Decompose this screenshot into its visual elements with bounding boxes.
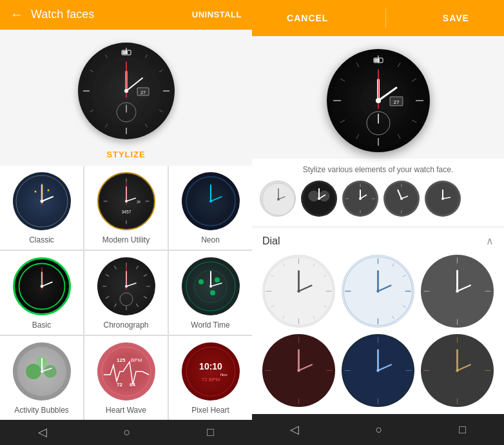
right-content-area: 27 Stylize various elements of your watc… — [252, 36, 504, 414]
back-arrow-icon[interactable]: ← — [10, 7, 23, 22]
svg-line-91 — [398, 63, 400, 67]
watch-face-basic — [13, 257, 71, 315]
dial-option-dark[interactable] — [421, 255, 494, 328]
top-bar-left-group: ← Watch faces — [10, 7, 94, 22]
watch-face-modern: 3457 28 — [97, 172, 155, 230]
watch-preview-area: 27 — [0, 30, 252, 146]
svg-line-8 — [105, 124, 107, 127]
watch-face-activity — [13, 342, 71, 400]
svg-point-118 — [318, 197, 320, 200]
dial-option-white[interactable] — [262, 255, 335, 328]
svg-line-96 — [340, 120, 345, 123]
svg-point-114 — [309, 191, 319, 201]
svg-line-93 — [411, 120, 416, 123]
svg-text:BPM: BPM — [131, 357, 142, 363]
watch-item-pixel[interactable]: 10:10 Nov 72 BPM Pixel Heart — [169, 336, 252, 420]
dial-option-darkgray2[interactable] — [421, 334, 494, 407]
right-main-watch-face: 27 — [327, 49, 430, 152]
main-watch-face: 27 — [78, 43, 175, 139]
svg-text:27: 27 — [393, 99, 399, 105]
cancel-button[interactable]: CANCEL — [274, 13, 341, 23]
svg-line-24 — [42, 197, 53, 201]
watch-item-label-pixel: Pixel Heart — [191, 406, 229, 415]
dial-option-darkred[interactable] — [262, 334, 335, 407]
svg-point-83 — [186, 347, 235, 396]
top-bar-left: ← Watch faces UNINSTALL — [0, 0, 252, 30]
svg-line-50 — [143, 296, 146, 298]
bottom-nav-left: ◁ ○ □ — [0, 420, 252, 445]
bottom-nav-right: ◁ ○ □ — [252, 414, 504, 445]
svg-rect-100 — [374, 59, 380, 62]
svg-point-58 — [120, 293, 133, 306]
watch-item-chronograph[interactable]: Chronograph — [84, 251, 168, 335]
svg-point-26 — [40, 199, 43, 203]
svg-text:Nov: Nov — [220, 373, 228, 377]
home-nav-icon[interactable]: ○ — [124, 426, 131, 439]
svg-point-17 — [124, 89, 128, 93]
watch-face-worldtime — [182, 257, 240, 315]
back-nav-icon[interactable]: ◁ — [38, 425, 47, 439]
watch-face-heart: 125 BPM 72 64 — [97, 342, 155, 400]
watch-item-label-heart: Heart Wave — [106, 406, 146, 415]
svg-point-65 — [199, 279, 204, 284]
watch-face-chronograph — [97, 257, 155, 315]
style-thumbnails-row — [260, 181, 496, 219]
watch-face-grid: Classic 3457 28 — [0, 166, 252, 420]
right-recent-nav-icon[interactable]: □ — [459, 423, 466, 437]
svg-text:72: 72 — [117, 382, 122, 388]
svg-text:64: 64 — [130, 382, 135, 388]
watch-face-pixel: 10:10 Nov 72 BPM — [182, 342, 240, 400]
save-button[interactable]: SAVE — [430, 13, 482, 23]
watch-item-label-neon: Neon — [201, 235, 220, 244]
style-thumb-3[interactable] — [342, 181, 378, 217]
svg-point-152 — [297, 290, 300, 292]
svg-line-9 — [90, 110, 93, 112]
svg-point-45 — [40, 284, 43, 288]
svg-point-67 — [210, 290, 215, 295]
svg-text:125: 125 — [117, 357, 126, 363]
svg-point-66 — [215, 277, 220, 282]
svg-point-136 — [441, 197, 444, 200]
style-thumb-1[interactable] — [260, 181, 296, 217]
watch-item-worldtime[interactable]: World Time — [169, 251, 252, 335]
dial-option-lightblue[interactable] — [342, 255, 414, 328]
watch-face-classic — [13, 172, 71, 230]
svg-line-47 — [136, 266, 138, 269]
svg-point-196 — [456, 369, 459, 372]
style-thumb-4[interactable] — [383, 181, 420, 217]
svg-line-34 — [126, 198, 135, 201]
stylize-section: Stylize various elements of your watch f… — [252, 159, 504, 226]
svg-line-48 — [143, 274, 146, 276]
watch-item-heart[interactable]: 125 BPM 72 64 Heart Wave — [84, 336, 168, 420]
right-back-nav-icon[interactable]: ◁ — [290, 422, 299, 437]
svg-line-94 — [398, 134, 400, 139]
watch-item-basic[interactable]: Basic — [0, 251, 83, 335]
svg-point-132 — [400, 197, 403, 200]
right-home-nav-icon[interactable]: ○ — [376, 423, 383, 437]
watch-item-activity[interactable]: Activity Bubbles — [0, 336, 83, 420]
svg-point-62 — [125, 285, 128, 288]
stylize-hint-text: Stylize various elements of your watch f… — [260, 165, 496, 174]
svg-line-11 — [105, 54, 107, 57]
watch-item-neon[interactable]: Neon — [169, 166, 252, 250]
dial-collapse-icon[interactable]: ∧ — [486, 235, 494, 247]
dial-option-navy[interactable] — [342, 334, 414, 407]
svg-line-92 — [411, 79, 416, 81]
watch-item-label-classic: Classic — [29, 235, 54, 244]
dial-grid — [262, 255, 494, 407]
recent-nav-icon[interactable]: □ — [207, 426, 214, 439]
svg-line-51 — [136, 304, 138, 307]
svg-point-70 — [209, 285, 212, 288]
svg-point-28 — [47, 189, 49, 191]
uninstall-button[interactable]: UNINSTALL — [192, 10, 242, 19]
watch-item-label-activity: Activity Bubbles — [14, 406, 69, 415]
watch-item-modern[interactable]: 3457 28 Modern Utility — [84, 166, 168, 250]
watch-item-classic[interactable]: Classic — [0, 166, 83, 250]
svg-line-10 — [90, 70, 93, 72]
style-thumb-2[interactable] — [301, 181, 337, 217]
dial-section: Dial ∧ — [252, 228, 504, 413]
svg-line-69 — [211, 283, 222, 286]
svg-text:10:10: 10:10 — [199, 361, 222, 371]
svg-line-4 — [145, 54, 147, 57]
style-thumb-5[interactable] — [425, 181, 461, 217]
